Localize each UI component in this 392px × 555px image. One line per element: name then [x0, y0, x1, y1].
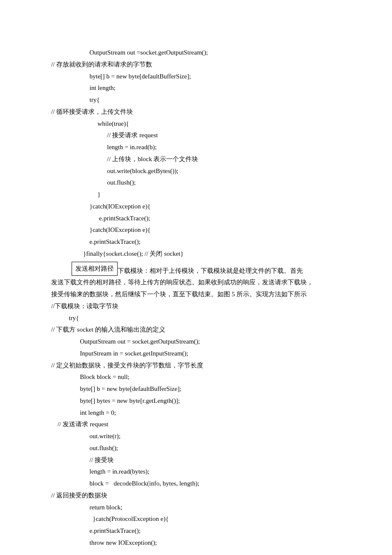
code-line: // 接受请求 request	[51, 130, 341, 142]
code-line: length = in.read(bytes);	[51, 466, 341, 478]
code-line: //下载模块：读取字节块	[51, 301, 341, 312]
code-line: Block block = null;	[51, 371, 341, 383]
code-line: // 发送请求 request	[51, 419, 341, 431]
code-line: // 存放就收到的请求和请求的字节数	[51, 59, 341, 71]
code-line: OutputStream out =socket.getOutputStream…	[51, 47, 341, 59]
document-page: OutputStream out =socket.getOutputStream…	[0, 0, 392, 555]
code-line: }catch(IOException e){	[51, 224, 341, 236]
code-line: try{	[51, 94, 341, 106]
code-line: }catch(IOException e){	[51, 201, 341, 213]
code-line: e.printStackTrace();	[51, 525, 341, 537]
code-line: throw new IOException();	[51, 537, 341, 549]
boxed-paragraph-row: 发送相对路径 下载模块：相对于上传模块，下载模块就是处理文件的下载。首先	[72, 262, 341, 277]
paragraph-text: 接受传输来的数据块，然后继续下一个块，直至下载结束。如图 5 所示。实现方法如下…	[51, 289, 341, 301]
paragraph-text: 发送下载文件的相对路径，等待上传方的响应状态。如果收到成功的响应，发送请求下载块…	[51, 277, 341, 289]
code-line: int length;	[51, 82, 341, 94]
code-line: byte[] bytes = new byte[r.getLength()];	[51, 395, 341, 407]
code-line: // 返回接受的数据块	[51, 490, 341, 502]
boxed-label: 发送相对路径	[72, 262, 118, 276]
code-line: length = in.read(b);	[51, 142, 341, 153]
code-line: block = decodeBlock(info, bytes, length)…	[51, 478, 341, 490]
code-line: while(true){	[51, 118, 341, 130]
code-line: // 定义初始数据块，接受文件块的字节数组，字节长度	[51, 360, 341, 372]
code-line: out.flush();	[51, 442, 341, 454]
code-line: // 循环接受请求，上传文件块	[51, 106, 341, 118]
code-line: int length = 0;	[51, 407, 341, 419]
code-line: OutputStream out = socket.getOutputStrea…	[51, 336, 341, 348]
code-line: out.write(r);	[51, 431, 341, 442]
code-line: try{	[51, 312, 341, 324]
paragraph-text: 下载模块：相对于上传模块，下载模块就是处理文件的下载。首先	[118, 265, 341, 277]
code-line: out.flush();	[51, 177, 341, 189]
code-line: InputStream in = socket.getInputStream()…	[51, 348, 341, 360]
code-line: // 下载方 socket 的输入流和输出流的定义	[51, 324, 341, 336]
code-line: byte[] b = new byte[defaultBufferSize];	[51, 383, 341, 395]
code-line: }finally{socket.close(); // 关闭 socket}	[51, 248, 341, 260]
code-line: // 上传块，block 表示一个文件块	[51, 153, 341, 165]
code-line: return block;	[51, 502, 341, 514]
code-line: e.printStackTrace();	[51, 213, 341, 225]
code-line: byte[] b = new byte[defaultBufferSize];	[51, 71, 341, 83]
code-line: out.write(block.getBytes());	[51, 165, 341, 177]
code-line: e.printStackTrace();	[51, 236, 341, 248]
code-line: }	[51, 189, 341, 201]
code-line: }catch(ProtocolException e){	[51, 513, 341, 525]
code-line: // 接受块	[51, 454, 341, 466]
